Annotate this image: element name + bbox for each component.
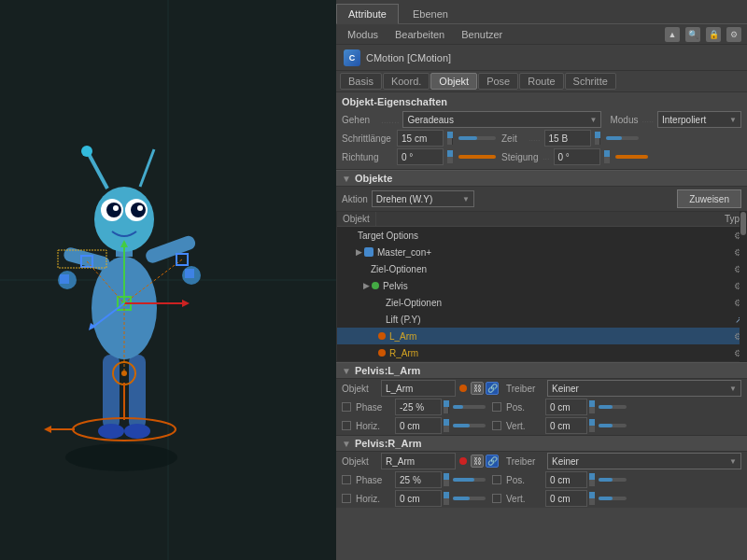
svg-point-6 (98, 424, 124, 439)
pelvis-l-treiber-dropdown[interactable]: Keiner ▼ (547, 380, 741, 397)
richtung-input[interactable]: 0 ° (397, 148, 444, 165)
tab-ebenen[interactable]: Ebenen (401, 4, 460, 23)
pelvis-r-horiz-slider[interactable] (453, 497, 486, 500)
pelvis-r-phase-label: Phase (356, 475, 393, 485)
gehen-dropdown[interactable]: Geradeaus ▼ (402, 111, 601, 128)
schrittlaenge-input[interactable]: 15 cm (397, 130, 444, 147)
objekte-section: ▼ Objekte Aktion Drehen (W.Y) ▼ Zuweisen… (336, 170, 747, 362)
svg-point-19 (113, 205, 119, 211)
pelvis-l-phase-label: Phase (356, 402, 393, 413)
navigate-icon[interactable]: ▲ (665, 27, 680, 42)
modus-dropdown[interactable]: Interpoliert ▼ (657, 111, 741, 128)
pelvis-l-phase-slider[interactable] (453, 405, 486, 409)
obj-name: Lift (P.Y) (386, 315, 735, 325)
list-item[interactable]: ▶ Master_con+ ⚙ (337, 244, 746, 260)
chain-icon[interactable]: 🔗 (486, 382, 499, 395)
pelvis-l-horiz-label: Horiz. (356, 421, 393, 431)
pelvis-r-treiber-dropdown[interactable]: Keiner ▼ (547, 453, 741, 469)
svg-point-20 (137, 205, 143, 211)
pelvis-r-phase-slider[interactable] (453, 478, 486, 482)
list-item[interactable]: ▶ Pelvis ⚙ (337, 277, 746, 294)
pelvis-l-phase-row: Phase -25 % Pos. 0 cm (336, 398, 747, 416)
obj-name: Ziel-Optionen (371, 264, 734, 274)
pelvis-r-horiz-value[interactable]: 0 cm (395, 490, 442, 507)
tab-koord[interactable]: Koord. (383, 73, 430, 90)
pelvis-r-horiz-row: Horiz. 0 cm Vert. 0 cm (336, 489, 747, 508)
tab-schritte[interactable]: Schritte (565, 73, 616, 90)
pelvis-r-objekt-value[interactable]: R_Arm (381, 453, 456, 469)
zeit-input[interactable]: 15 B (544, 130, 591, 147)
list-item[interactable]: Ziel-Optionen ⚙ (337, 294, 746, 311)
chain-icon[interactable]: 🔗 (486, 455, 499, 468)
objekte-collapse[interactable]: ▼ (342, 174, 351, 184)
expand-icon[interactable]: ▶ (363, 281, 370, 290)
tab-pose[interactable]: Pose (478, 73, 518, 90)
list-item[interactable]: Lift (P.Y) ↗ (337, 311, 746, 328)
menu-bearbeiten[interactable]: Bearbeiten (388, 27, 452, 42)
list-item[interactable]: Ziel-Optionen ⚙ (337, 260, 746, 277)
objekte-label: Objekte (355, 173, 392, 184)
right-panel: Attribute Ebenen Modus Bearbeiten Benutz… (336, 0, 747, 560)
obj-name: R_Arm (389, 348, 734, 358)
sub-tab-bar: Basis Koord. Objekt Pose Route Schritte (336, 71, 747, 92)
modus-dots: ..... (641, 115, 654, 124)
pelvis-l-vert-value[interactable]: 0 cm (545, 417, 587, 434)
tab-attribute[interactable]: Attribute (336, 4, 399, 24)
pelvis-l-vert-slider[interactable] (599, 424, 627, 427)
pelvis-l-pos-slider[interactable] (599, 405, 627, 409)
pelvis-r-vert-value[interactable]: 0 cm (545, 490, 587, 507)
list-item[interactable]: Target Options ⚙ (337, 227, 746, 244)
svg-point-3 (65, 443, 177, 471)
pelvis-l-phase-value[interactable]: -25 % (395, 399, 442, 415)
settings-icon[interactable]: ⚙ (726, 27, 741, 42)
pelvis-r-pos-value[interactable]: 0 cm (545, 471, 587, 488)
menu-bar: Modus Bearbeiten Benutzer ▲ 🔍 🔒 ⚙ (336, 24, 747, 45)
top-tab-bar: Attribute Ebenen (336, 0, 747, 24)
pelvis-r-pos-slider[interactable] (599, 478, 627, 482)
menu-benutzer[interactable]: Benutzer (454, 27, 510, 42)
menu-modus[interactable]: Modus (340, 27, 386, 42)
steigung-slider[interactable] (615, 155, 648, 159)
expand-icon[interactable]: ▶ (356, 247, 362, 257)
pelvis-l-objekt-value[interactable]: L_Arm (381, 380, 456, 397)
richtung-slider[interactable] (458, 155, 496, 159)
steigung-input[interactable]: 0 ° (554, 148, 600, 165)
gehen-label: Gehen (342, 115, 377, 125)
link-icon[interactable]: ⛓ (471, 382, 484, 395)
pelvis-r-phase-value[interactable]: 25 % (395, 471, 442, 488)
eigenschaften-section: Objekt-Eigenschaften Gehen ....... Gerad… (336, 92, 747, 170)
obj-name: Ziel-Optionen (386, 298, 734, 308)
svg-rect-44 (185, 269, 194, 278)
tab-basis[interactable]: Basis (340, 73, 382, 90)
link-icon[interactable]: ⛓ (471, 455, 484, 468)
pelvis-l-collapse[interactable]: ▼ (342, 366, 351, 376)
cmotion-header: C CMotion [CMotion] (336, 45, 747, 71)
list-item[interactable]: L_Arm ⚙ (337, 328, 746, 344)
schrittlaenge-label: Schrittlänge (342, 133, 393, 144)
tab-route[interactable]: Route (519, 73, 563, 90)
pelvis-l-objekt-row: Objekt L_Arm ⛓ 🔗 Treiber Keiner ▼ (336, 379, 747, 398)
gehen-dots: ....... (381, 115, 399, 125)
obj-name: Pelvis (383, 281, 734, 291)
pelvis-r-collapse[interactable]: ▼ (342, 439, 351, 449)
tab-objekt[interactable]: Objekt (430, 73, 477, 90)
pelvis-l-horiz-value[interactable]: 0 cm (395, 417, 442, 434)
pelvis-l-pos-value[interactable]: 0 cm (545, 399, 587, 415)
action-dropdown[interactable]: Drehen (W.Y) ▼ (372, 190, 474, 207)
pelvis-l-horiz-slider[interactable] (453, 424, 486, 427)
list-item[interactable]: R_Arm ⚙ (337, 344, 746, 361)
pelvis-r-header: ▼ Pelvis:R_Arm (336, 436, 747, 452)
action-row: Aktion Drehen (W.Y) ▼ Zuweisen (336, 187, 747, 211)
pelvis-r-title: Pelvis:R_Arm (355, 438, 422, 449)
search-icon[interactable]: 🔍 (685, 27, 700, 42)
zeit-slider[interactable] (606, 136, 639, 140)
pelvis-r-treiber-label: Treiber (506, 456, 543, 467)
lock-icon[interactable]: 🔒 (706, 27, 721, 42)
schrittlaenge-slider[interactable] (458, 136, 496, 140)
objekte-header: ▼ Objekte (336, 170, 747, 187)
pelvis-l-vert-label: Vert. (506, 421, 543, 431)
zuweisen-button[interactable]: Zuweisen (677, 189, 741, 208)
pelvis-r-vert-label: Vert. (506, 494, 543, 504)
pelvis-r-vert-slider[interactable] (599, 497, 627, 500)
pelvis-r-horiz-label: Horiz. (356, 494, 393, 504)
